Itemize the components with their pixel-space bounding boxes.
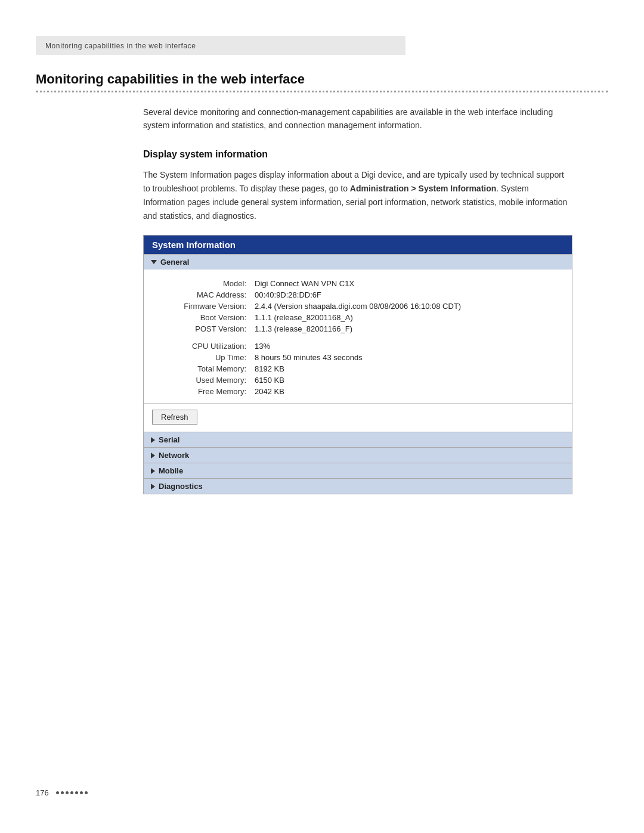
table-row: Used Memory: 6150 KB xyxy=(156,374,560,386)
field-label: Firmware Version: xyxy=(156,301,251,312)
field-value: 6150 KB xyxy=(251,374,560,386)
sysinfo-diagnostics-label: Diagnostics xyxy=(159,482,203,491)
title-divider xyxy=(36,91,608,92)
expand-icon xyxy=(151,260,157,264)
field-label: Total Memory: xyxy=(156,363,251,374)
collapsed-icon xyxy=(151,468,155,474)
footer-dots xyxy=(56,791,88,794)
footer-dot xyxy=(75,791,78,794)
sysinfo-mobile-label: Mobile xyxy=(159,466,183,475)
sysinfo-serial-label: Serial xyxy=(159,435,179,444)
footer-dot xyxy=(70,791,73,794)
section1-body-bold: Administration > System Information xyxy=(350,184,496,193)
field-value: 1.1.1 (release_82001168_A) xyxy=(251,312,560,323)
table-row: MAC Address: 00:40:9D:28:DD:6F xyxy=(156,289,560,301)
table-row: Boot Version: 1.1.1 (release_82001168_A) xyxy=(156,312,560,323)
system-information-panel: System Information General Model: Digi C… xyxy=(143,235,572,494)
footer-dot xyxy=(66,791,69,794)
sysinfo-title: System Information xyxy=(152,240,236,250)
collapsed-icon xyxy=(151,437,155,443)
breadcrumb: Monitoring capabilities in the web inter… xyxy=(36,36,405,55)
page-number: 176 xyxy=(36,788,49,797)
field-value: 13% xyxy=(251,340,560,352)
page-title: Monitoring capabilities in the web inter… xyxy=(36,72,608,87)
field-value: Digi Connect WAN VPN C1X xyxy=(251,278,560,289)
sysinfo-diagnostics-header[interactable]: Diagnostics xyxy=(144,478,572,494)
breadcrumb-text: Monitoring capabilities in the web inter… xyxy=(45,42,196,50)
table-row: Up Time: 8 hours 50 minutes 43 seconds xyxy=(156,352,560,363)
sysinfo-general-label: General xyxy=(160,258,189,267)
field-value: 00:40:9D:28:DD:6F xyxy=(251,289,560,301)
field-value: 8 hours 50 minutes 43 seconds xyxy=(251,352,560,363)
page-footer: 176 xyxy=(36,788,88,797)
sysinfo-general-table: Model: Digi Connect WAN VPN C1X MAC Addr… xyxy=(156,278,560,397)
refresh-button[interactable]: Refresh xyxy=(152,410,197,425)
table-row: Free Memory: 2042 KB xyxy=(156,386,560,397)
field-value: 2.4.4 (Version shaapala.digi.com 08/08/2… xyxy=(251,301,560,312)
section1-body: The System Information pages display inf… xyxy=(143,168,572,223)
field-label: CPU Utilization: xyxy=(156,340,251,352)
field-label: Boot Version: xyxy=(156,312,251,323)
table-row: Total Memory: 8192 KB xyxy=(156,363,560,374)
sysinfo-footer: Refresh xyxy=(144,403,572,432)
table-row: POST Version: 1.1.3 (release_82001166_F) xyxy=(156,323,560,335)
collapsed-icon xyxy=(151,484,155,490)
footer-dot xyxy=(56,791,59,794)
field-label: Model: xyxy=(156,278,251,289)
sysinfo-general-body: Model: Digi Connect WAN VPN C1X MAC Addr… xyxy=(144,270,572,403)
sysinfo-network-header[interactable]: Network xyxy=(144,447,572,463)
field-label: MAC Address: xyxy=(156,289,251,301)
footer-dot xyxy=(85,791,88,794)
field-value: 8192 KB xyxy=(251,363,560,374)
field-label: Free Memory: xyxy=(156,386,251,397)
footer-dot xyxy=(61,791,64,794)
sysinfo-network-label: Network xyxy=(159,451,189,460)
sysinfo-general-header[interactable]: General xyxy=(144,254,572,270)
section1-heading: Display system information xyxy=(143,149,572,160)
intro-paragraph: Several device monitoring and connection… xyxy=(143,106,572,132)
field-label: POST Version: xyxy=(156,323,251,335)
table-row: CPU Utilization: 13% xyxy=(156,340,560,352)
field-value: 2042 KB xyxy=(251,386,560,397)
footer-dot xyxy=(80,791,83,794)
field-label: Up Time: xyxy=(156,352,251,363)
field-value: 1.1.3 (release_82001166_F) xyxy=(251,323,560,335)
sysinfo-mobile-header[interactable]: Mobile xyxy=(144,463,572,478)
sysinfo-serial-header[interactable]: Serial xyxy=(144,432,572,447)
sysinfo-title-bar: System Information xyxy=(144,236,572,254)
table-row: Model: Digi Connect WAN VPN C1X xyxy=(156,278,560,289)
collapsed-icon xyxy=(151,453,155,459)
field-label: Used Memory: xyxy=(156,374,251,386)
table-row: Firmware Version: 2.4.4 (Version shaapal… xyxy=(156,301,560,312)
